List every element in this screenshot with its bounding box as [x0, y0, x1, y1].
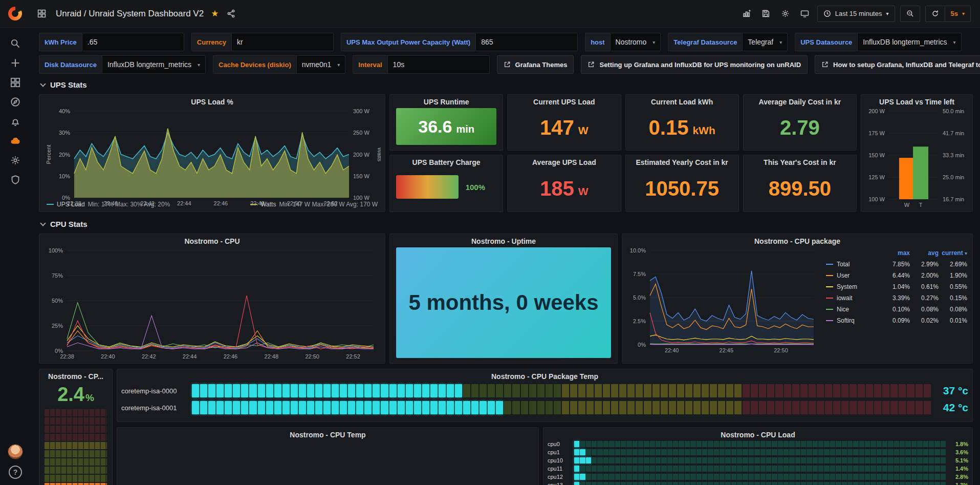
panel-title[interactable]: Average Daily Cost in kr: [748, 98, 852, 106]
server-admin-shield-icon[interactable]: [5, 170, 26, 189]
panel-title[interactable]: Estimated Yearly Cost in kr: [630, 158, 734, 166]
legend-row[interactable]: System1.04%0.61%0.55%: [826, 283, 967, 290]
external-link-icon: [504, 61, 511, 68]
telegraf-datasource-select[interactable]: Telegraf ▾: [742, 33, 788, 51]
ups-datasource-select[interactable]: InfluxDB longterm_metrics ▾: [857, 33, 961, 51]
ups-load-vs-time-chart[interactable]: 100 W125 W150 W175 W200 W16.7 min25.0 mi…: [865, 107, 968, 209]
panel-title[interactable]: Nostromo - CP...: [43, 372, 108, 381]
add-panel-icon[interactable]: [739, 7, 754, 21]
panel-title[interactable]: Nostromo - CPU: [43, 237, 381, 245]
legend-avg: 2.99%: [910, 261, 939, 268]
led-row-label: cpu0: [548, 441, 570, 447]
panel-title[interactable]: Nostromo - CPU package: [626, 237, 968, 245]
grafana-logo[interactable]: [8, 7, 22, 20]
panel-title[interactable]: UPS Battery Charge: [394, 158, 498, 166]
panel-estimated-yearly-cost: Estimated Yearly Cost in kr 1050.75: [625, 155, 739, 212]
selected-value: InfluxDB longterm_metrics: [107, 60, 191, 69]
save-dashboard-icon[interactable]: [759, 7, 773, 21]
alerting-bell-icon[interactable]: [5, 112, 26, 131]
help-icon[interactable]: ?: [9, 466, 22, 479]
zoom-out-button[interactable]: [900, 6, 920, 22]
legend-row[interactable]: User6.44%2.00%1.90%: [826, 272, 967, 279]
share-icon[interactable]: [224, 7, 238, 21]
legend-row[interactable]: Softirq0.09%0.02%0.01%: [826, 317, 967, 324]
currency-input[interactable]: [231, 33, 334, 51]
legend-series-name: Nice: [826, 306, 881, 313]
panel-title[interactable]: UPS Runtime: [394, 98, 498, 106]
ups-stats-grid: UPS Load % 0%10%20%30%40%100 W150 W200 W…: [39, 94, 973, 212]
legend-header[interactable]: current ▾: [939, 249, 967, 257]
stat-value: 36.6: [418, 118, 452, 135]
cache-devices-select[interactable]: nvme0n1 ▾: [296, 55, 346, 74]
led-row: cpu122.8%: [548, 474, 968, 480]
var-host: host Nostromo ▾: [585, 33, 661, 51]
var-currency: Currency: [191, 33, 334, 51]
explore-compass-icon[interactable]: [5, 92, 26, 112]
cpu-package-chart[interactable]: 0%2.5%5.0%7.5%10.0%22:4022:4522:50: [626, 246, 821, 355]
section-ups-stats[interactable]: UPS Stats: [39, 78, 973, 91]
cycle-view-mode-icon[interactable]: [798, 7, 812, 21]
stat-unit: W: [578, 124, 589, 137]
panel-title[interactable]: Nostromo - CPU Package Temp: [121, 372, 968, 381]
favorite-star-icon[interactable]: ★: [211, 8, 219, 19]
host-select[interactable]: Nostromo ▾: [610, 33, 661, 51]
panel-title[interactable]: UPS Load %: [43, 98, 381, 106]
legend-header-row: maxavgcurrent ▾: [826, 249, 967, 257]
link-telegraf-setup-guide[interactable]: How to setup Grafana, InfluxDB and Teleg…: [815, 55, 980, 74]
ups-max-output-input[interactable]: [475, 33, 578, 51]
gauge-segment: [45, 467, 107, 474]
time-range-picker[interactable]: Last 15 minutes ▾: [817, 6, 895, 22]
panel-title[interactable]: Average UPS Load: [512, 158, 616, 166]
external-link-icon: [821, 61, 829, 68]
battery-gauge-body: 100%: [394, 167, 498, 209]
legend-header[interactable]: avg: [910, 249, 939, 257]
led-row-value: 2.8%: [950, 474, 968, 480]
disk-datasource-select[interactable]: InfluxDB longterm_metrics ▾: [102, 55, 206, 74]
panel-title[interactable]: Nostromo - Uptime: [394, 237, 613, 245]
panel-title[interactable]: UPS Load vs Time left: [865, 98, 968, 106]
legend-item[interactable]: UPS LoadMin: 17% Max: 30% Avg: 20%: [47, 201, 170, 208]
refresh-button[interactable]: [925, 6, 945, 22]
svg-text:22:42: 22:42: [142, 353, 156, 360]
led-row: cpu01.8%: [548, 441, 968, 447]
legend-current: 0.55%: [939, 283, 967, 290]
svg-text:50%: 50%: [52, 298, 63, 304]
create-plus-icon[interactable]: [5, 53, 26, 73]
ups-load-chart[interactable]: 0%10%20%30%40%100 W150 W200 W250 W300 W2…: [43, 107, 381, 201]
svg-text:300 W: 300 W: [353, 108, 369, 114]
panel-title[interactable]: Current UPS Load: [512, 98, 616, 106]
legend-row[interactable]: Total7.85%2.99%2.69%: [826, 261, 967, 268]
legend-header[interactable]: max: [881, 249, 910, 257]
dashboards-icon[interactable]: [5, 73, 26, 92]
user-avatar[interactable]: [8, 444, 23, 459]
legend-row[interactable]: iowait3.39%0.27%0.15%: [826, 294, 967, 302]
led-row-label: coretemp-isa-0000: [121, 387, 187, 395]
dashboard-title[interactable]: Unraid / Unraid System Dashboard V2: [56, 9, 204, 19]
legend-item[interactable]: WattsMin: 147 W Max: 260 W Avg: 170 W: [250, 201, 378, 208]
section-cpu-stats[interactable]: CPU Stats: [39, 217, 973, 230]
cpu-chart[interactable]: 0%25%50%75%100%22:3822:4022:4222:4422:46…: [43, 246, 381, 361]
var-cache-devices: Cache Devices (diskio) nvme0n1 ▾: [213, 55, 345, 74]
legend-row[interactable]: Nice0.10%0.08%0.08%: [826, 306, 967, 313]
panel-title[interactable]: Current Load kWh: [630, 98, 734, 106]
panel-title[interactable]: This Year's Cost in kr: [748, 158, 852, 166]
cloud-icon[interactable]: [5, 131, 26, 151]
selected-value: Nostromo: [616, 38, 647, 46]
refresh-interval-dropdown[interactable]: 5s ▾: [945, 6, 971, 22]
configuration-gear-icon[interactable]: [5, 151, 26, 170]
dashboard-grid-icon[interactable]: [34, 7, 49, 21]
var-label: UPS Datasource: [795, 33, 857, 51]
link-ups-monitoring-guide[interactable]: Setting up Grafana and InfluxDB for UPS …: [581, 55, 808, 74]
panel-title[interactable]: Nostromo - CPU Load: [548, 431, 968, 439]
panel-title[interactable]: Nostromo - CPU Temp: [121, 431, 534, 439]
kwh-price-input[interactable]: [82, 33, 184, 51]
svg-text:W: W: [904, 202, 910, 208]
search-icon[interactable]: [5, 34, 26, 53]
dashboard-settings-icon[interactable]: [778, 7, 793, 21]
interval-input[interactable]: [387, 55, 490, 74]
panel-cpu-load: Nostromo - CPU Load cpu01.8%cpu13.6%cpu1…: [543, 427, 973, 485]
led-bar: [574, 457, 946, 463]
gauge-segment: [45, 434, 107, 441]
svg-text:Percent: Percent: [46, 145, 52, 164]
link-grafana-themes[interactable]: Grafana Themes: [497, 55, 574, 74]
